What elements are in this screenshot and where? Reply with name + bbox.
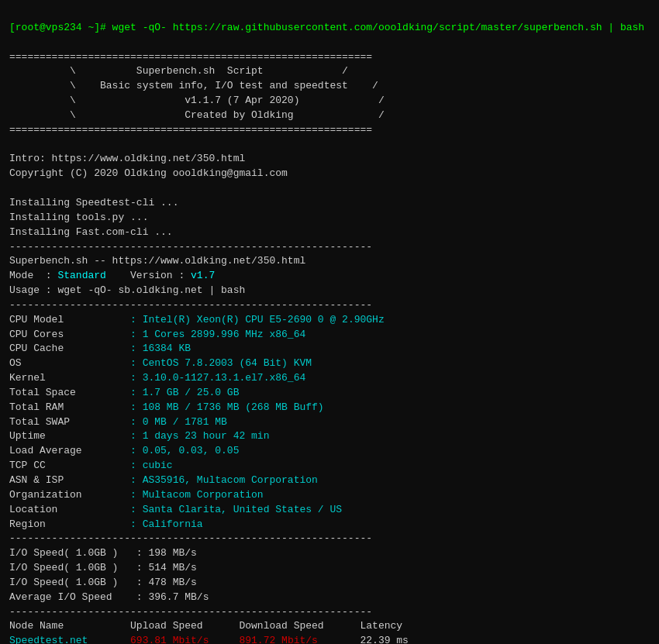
io-speed-1: I/O Speed( 1.0GB ) : 198 MB/s [9,547,197,559]
divider-top: ========================================… [9,51,372,63]
divider-sysinfo: ----------------------------------------… [9,532,372,544]
bench-usage: Usage : wget -qO- sb.oldking.net | bash [9,284,245,296]
sysinfo-asn-isp: ASN & ISP : AS35916, Multacom Corporatio… [9,474,318,486]
divider-header-bottom: ========================================… [9,124,372,136]
speed-table-header: Node Name Upload Speed Download Speed La… [9,620,402,632]
terminal-window: [root@vps234 ~]# wget -qO- https://raw.g… [9,6,650,644]
sysinfo-cpu-cache: CPU Cache : 16384 KB [9,343,191,354]
sysinfo-os: OS : CentOS 7.8.2003 (64 Bit) KVM [9,357,312,369]
install-tools: Installing tools.py ... [9,212,148,223]
sysinfo-cpu-model: CPU Model : Intel(R) Xeon(R) CPU E5-2690… [9,314,385,325]
sysinfo-organization: Organization : Multacom Corporation [9,489,264,501]
install-fast: Installing Fast.com-cli ... [9,226,173,238]
sysinfo-total-ram: Total RAM : 108 MB / 1736 MB (268 MB Buf… [9,401,324,413]
sysinfo-uptime: Uptime : 1 days 23 hour 42 min [9,430,269,442]
prompt-line: [root@vps234 ~]# wget -qO- https://raw.g… [9,22,644,33]
bench-url: Superbench.sh -- https://www.oldking.net… [9,255,305,267]
divider-install: ----------------------------------------… [9,241,372,253]
sysinfo-region: Region : California [9,518,203,530]
intro-copyright: Copyright (C) 2020 Oldking oooldking@gma… [9,167,288,179]
sysinfo-location: Location : Santa Clarita, United States … [9,504,342,515]
io-speed-3: I/O Speed( 1.0GB ) : 478 MB/s [9,577,197,588]
header-line1: \ Basic system info, I/O test and speedt… [9,80,378,91]
intro-url: Intro: https://www.oldking.net/350.html [9,153,245,164]
sysinfo-cpu-cores: CPU Cores : 1 Cores 2899.996 MHz x86_64 [9,329,305,340]
speed-row-speedtest: Speedtest.net 693.81 Mbit/s 891.72 Mbit/… [9,635,409,644]
install-speedtest: Installing Speedtest-cli ... [9,197,178,208]
divider-io: ----------------------------------------… [9,606,372,618]
io-speed-2: I/O Speed( 1.0GB ) : 514 MB/s [9,562,197,573]
sysinfo-load-avg: Load Average : 0.05, 0.03, 0.05 [9,445,239,456]
divider-bench: ----------------------------------------… [9,299,372,311]
header-title: \ Superbench.sh Script / [9,65,348,77]
sysinfo-kernel: Kernel : 3.10.0-1127.13.1.el7.x86_64 [9,372,305,384]
sysinfo-total-swap: Total SWAP : 0 MB / 1781 MB [9,416,227,428]
bench-mode: Mode : Standard Version : v1.7 [9,270,215,281]
sysinfo-total-space: Total Space : 1.7 GB / 25.0 GB [9,387,239,398]
header-line3: \ Created by Oldking / [9,109,385,121]
io-avg-speed: Average I/O Speed : 396.7 MB/s [9,591,209,603]
header-line2: \ v1.1.7 (7 Apr 2020) / [9,95,385,106]
sysinfo-tcp-cc: TCP CC : cubic [9,460,173,471]
